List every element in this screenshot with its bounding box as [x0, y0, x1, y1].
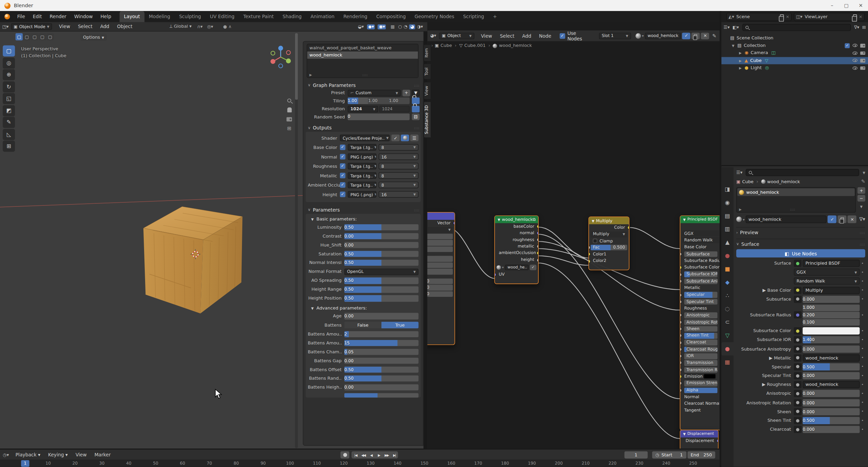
- bsdf-row-roughness[interactable]: Roughness: [680, 305, 720, 312]
- outliner-display-mode-dropdown[interactable]: ☰▾: [724, 25, 730, 30]
- editor-type-icon[interactable]: ◳▾: [2, 24, 9, 29]
- bsdf-socket-ior[interactable]: [680, 354, 682, 358]
- material-unlink-icon[interactable]: ×: [848, 215, 857, 223]
- bsdf-row-emission[interactable]: Emission: [680, 373, 720, 380]
- shader-menu-add[interactable]: Add: [518, 31, 535, 40]
- tool-add-cube[interactable]: ⊞: [3, 141, 15, 152]
- workspace-tab-shading[interactable]: Shading: [278, 11, 306, 22]
- scene-selector[interactable]: ◭▾ Scene ×: [726, 12, 792, 21]
- box-select-intersect[interactable]: ▢: [47, 33, 54, 40]
- group-image-row[interactable]: ▾ wood_he.. ✓: [497, 264, 536, 270]
- properties-icon[interactable]: ☰▾: [736, 170, 742, 175]
- mapping-field-5[interactable]: 0°: [427, 269, 453, 275]
- close-button[interactable]: ✕: [854, 3, 868, 8]
- use-nodes-checkbox[interactable]: ✓Use Nodes: [560, 30, 592, 41]
- bsdf-socket-specular-tint[interactable]: [680, 300, 682, 303]
- displacement-node[interactable]: ▼Displacement Displacement: [680, 430, 718, 449]
- bsdf-socket-subsurface[interactable]: [680, 252, 682, 256]
- breadcrumb-mesh[interactable]: Cube.001: [464, 43, 486, 48]
- material-list-item-selected[interactable]: wood_hemlock: [307, 51, 418, 59]
- proportional-edit-toggle[interactable]: ◎▾: [207, 24, 213, 29]
- bsdf-socket-transmission-roughne[interactable]: [680, 368, 682, 371]
- shader-menu-button[interactable]: ☰: [410, 135, 418, 141]
- prev-frame-button[interactable]: ◀: [367, 451, 375, 458]
- jump-end-button[interactable]: ▶|: [391, 451, 398, 458]
- xray-toggle[interactable]: ▩: [391, 24, 395, 29]
- properties-tab-texture[interactable]: ▦: [721, 355, 733, 369]
- bsdf-row-alpha[interactable]: Alpha: [680, 387, 720, 394]
- tool-rotate[interactable]: ↻: [3, 81, 15, 92]
- material-shading-icon[interactable]: ◕: [409, 24, 415, 29]
- delete-scene-icon[interactable]: ×: [786, 14, 789, 19]
- outliner-filter-icon[interactable]: ◧▾: [732, 25, 739, 30]
- prop-slider-subsurface-ior[interactable]: 1.400: [803, 336, 860, 343]
- blender-menu-icon[interactable]: [4, 14, 10, 19]
- timeline-menu-view[interactable]: View: [72, 450, 90, 459]
- shader-material-button[interactable]: [401, 135, 409, 141]
- maximize-button[interactable]: ▢: [839, 3, 854, 8]
- prop-slider-subsurface[interactable]: 0.000: [803, 295, 860, 303]
- hide-viewport-icon[interactable]: [853, 51, 858, 55]
- param-slider-basic-contrast[interactable]: 0.00: [344, 233, 419, 239]
- timeline-menu-marker[interactable]: Marker: [91, 450, 115, 459]
- new-collection-icon[interactable]: ⊞: [862, 25, 866, 30]
- wireframe-shading-icon[interactable]: ○: [398, 24, 402, 29]
- use-nodes-button[interactable]: ◧Use Nodes: [736, 249, 865, 257]
- material-filter-funnel-icon[interactable]: ∇▾: [859, 216, 865, 222]
- parameters-header[interactable]: ∨ Parameters ∷∷: [308, 207, 420, 213]
- prop-socket-anisotropic-rotation[interactable]: [794, 399, 802, 406]
- normal-socket[interactable]: [536, 231, 538, 235]
- disable-render-icon[interactable]: [860, 51, 865, 55]
- breadcrumb-object-name[interactable]: Cube: [742, 179, 753, 184]
- random-seed-field[interactable]: 0: [348, 114, 350, 119]
- bsdf-row-transmission-roughne[interactable]: Transmission Roughne..: [680, 366, 720, 373]
- shader-menu-node[interactable]: Node: [535, 31, 556, 40]
- slot-dropdown[interactable]: Slot 1▼: [599, 33, 631, 39]
- prop-node-metallic[interactable]: wood_hemlock: [803, 354, 860, 362]
- menu-help[interactable]: Help: [97, 12, 115, 21]
- auto-key-button[interactable]: [341, 451, 349, 458]
- visibility-dropdown[interactable]: ◒▾: [358, 24, 364, 29]
- param-slider-basic-height-position[interactable]: 0.50: [344, 295, 419, 302]
- fake-user-shield-icon[interactable]: ✓: [682, 33, 690, 39]
- material-slot-item[interactable]: wood_hemlock: [746, 190, 779, 195]
- bsdf-row-subsurface-radius[interactable]: Subsurface Radius: [680, 257, 720, 264]
- unlink-material-icon[interactable]: ×: [701, 33, 709, 39]
- prev-keyframe-button[interactable]: ◀◀: [359, 451, 367, 458]
- graph-parameters-header[interactable]: ∨ Graph Parameters ∷∷: [308, 83, 420, 88]
- collection-checkbox[interactable]: ✓: [845, 43, 850, 48]
- metallic-socket[interactable]: [536, 245, 538, 249]
- bsdf-socket-transmission[interactable]: [680, 361, 682, 365]
- hide-viewport-icon[interactable]: [853, 59, 858, 62]
- output-checkbox-base-color[interactable]: ✓: [340, 144, 345, 150]
- param-slider-adv8-battens-heigh[interactable]: 0.00: [344, 384, 419, 391]
- tool-box-select[interactable]: ▢: [3, 46, 15, 56]
- tool-scale[interactable]: ◱: [3, 93, 15, 104]
- bsdf-row-clearcoat-roughness[interactable]: Clearcoat Roughness: [680, 346, 720, 353]
- output-checkbox-roughness[interactable]: ✓: [340, 163, 345, 169]
- tiling-lock-button[interactable]: [412, 98, 420, 104]
- camera-view-icon[interactable]: [286, 117, 292, 121]
- prop-node-base-color[interactable]: Multiply: [803, 287, 860, 294]
- image-fake-user-icon[interactable]: ✓: [530, 264, 536, 270]
- bsdf-socket-sheen-tint[interactable]: [680, 334, 682, 338]
- material-slots-list[interactable]: wood_hemlock ▶ ∷∷: [736, 187, 856, 213]
- workspace-tab-sculpting[interactable]: Sculpting: [175, 11, 205, 22]
- prop-dropdown-random-walk[interactable]: Random Walk▼: [794, 278, 859, 285]
- tool-move[interactable]: ⊕: [3, 69, 15, 80]
- breadcrumb-material[interactable]: wood_hemlock: [499, 43, 532, 48]
- bsdf-row-clearcoat[interactable]: Clearcoat: [680, 339, 720, 346]
- minimize-button[interactable]: –: [825, 3, 839, 8]
- outliner-funnel-icon[interactable]: ∇▾: [854, 25, 859, 30]
- bsdf-row-clearcoat-normal[interactable]: Clearcoat Normal: [680, 401, 720, 407]
- gizmo-toggle[interactable]: ◆▾: [367, 24, 375, 29]
- toggle-projection-icon[interactable]: ⊞: [287, 126, 291, 131]
- output-checkbox-normal[interactable]: ✓: [340, 154, 345, 160]
- prop-slider-specular[interactable]: 0.500: [803, 363, 860, 370]
- current-frame-field[interactable]: 1: [624, 451, 648, 458]
- view-layer-selector[interactable]: ◫▾ ViewLayer ×: [794, 12, 865, 21]
- param-slider-basic-normal-intensi[interactable]: 0.50: [344, 260, 419, 266]
- workspace-tab-scripting[interactable]: Scripting: [459, 11, 488, 22]
- add-preset-button[interactable]: +: [403, 89, 410, 96]
- bsdf-row-subsurface-anisotropy[interactable]: Subsurface Anisotropy: [680, 278, 720, 285]
